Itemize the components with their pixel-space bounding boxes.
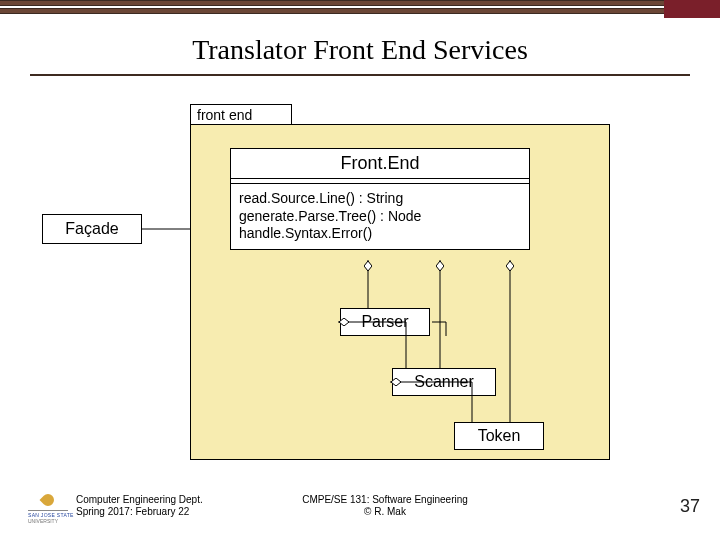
footer-center: CMPE/SE 131: Software Engineering © R. M… xyxy=(270,494,500,518)
package-tab: front end xyxy=(190,104,292,126)
facade-label-box: Façade xyxy=(42,214,142,244)
logo-line2: UNIVERSITY xyxy=(28,518,58,524)
footer-copyright: © R. Mak xyxy=(270,506,500,518)
slide-number: 37 xyxy=(680,496,700,517)
university-logo: SAN JOSE STATE UNIVERSITY xyxy=(28,494,68,524)
title-underline xyxy=(30,74,690,76)
class-frontend-name: Front.End xyxy=(231,149,529,176)
footer-date: Spring 2017: February 22 xyxy=(76,506,203,518)
class-scanner: Scanner xyxy=(392,368,496,396)
method-generate-parse-tree: generate.Parse.Tree() : Node xyxy=(239,208,521,226)
footer-left: Computer Engineering Dept. Spring 2017: … xyxy=(76,494,203,518)
footer-course: CMPE/SE 131: Software Engineering xyxy=(270,494,500,506)
method-read-source-line: read.Source.Line() : String xyxy=(239,190,521,208)
class-parser: Parser xyxy=(340,308,430,336)
class-frontend: Front.End read.Source.Line() : String ge… xyxy=(230,148,530,250)
class-token: Token xyxy=(454,422,544,450)
footer-dept: Computer Engineering Dept. xyxy=(76,494,203,506)
method-handle-syntax-error: handle.Syntax.Error() xyxy=(239,225,521,243)
class-frontend-methods: read.Source.Line() : String generate.Par… xyxy=(231,184,529,249)
slide-title: Translator Front End Services xyxy=(0,34,720,66)
decorative-top-bars xyxy=(0,0,720,14)
flame-icon xyxy=(40,492,57,509)
